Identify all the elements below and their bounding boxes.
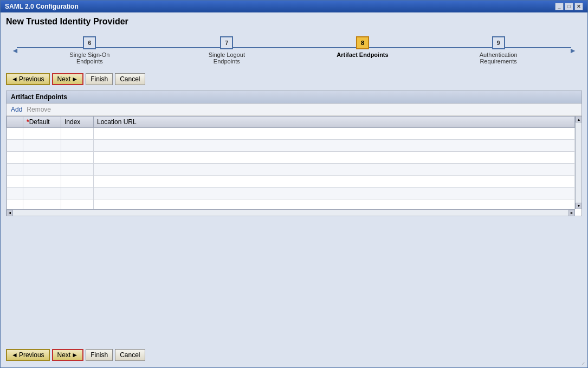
scroll-left-button[interactable]: ◄ [7,210,13,216]
table-row [7,140,575,152]
wizard-step-6[interactable]: 6 Single Sign-On Endpoints [62,36,117,64]
bottom-cancel-button[interactable]: Cancel [115,349,145,361]
col-header-selector [7,117,23,128]
prev-arrow-icon: ◄ [11,75,18,83]
scroll-right-button[interactable]: ► [568,210,575,216]
add-button[interactable]: Add [11,106,22,113]
wizard-step-8[interactable]: 8 Artifact Endpoints [337,36,388,58]
main-panel: Artifact Endpoints Add Remove *Default [6,91,582,216]
row-default [23,152,61,164]
row-location-url [94,140,575,152]
row-default [23,176,61,188]
table-row [7,176,575,188]
scroll-track-horizontal [13,210,568,216]
step-7-label: Single Logout Endpoints [199,51,254,64]
col-header-index: Index [61,117,94,128]
row-index [61,176,94,188]
row-default [23,128,61,140]
wizard-step-9[interactable]: 9 Authentication Requirements [471,36,526,64]
wizard-arrow-right-icon: ► [569,46,577,55]
wizard-steps: ◄ 6 Single Sign-On Endpoints 7 Single Lo… [6,32,582,68]
maximize-button[interactable]: □ [565,3,573,10]
row-default [23,188,61,199]
step-9-number: 9 [492,36,505,49]
row-location-url [94,164,575,176]
horizontal-scrollbar[interactable]: ◄ ► [7,209,575,216]
top-finish-button[interactable]: Finish [86,73,113,85]
top-next-button[interactable]: Next ► [52,73,84,85]
main-window: SAML 2.0 Configuration _ □ ✕ New Trusted… [0,0,588,368]
table-scroll-container: *Default Index Location URL [7,116,575,216]
row-selector[interactable] [7,176,23,188]
col-header-default: *Default [23,117,61,128]
row-selector[interactable] [7,164,23,176]
row-selector[interactable] [7,152,23,164]
title-bar-controls: _ □ ✕ [555,3,583,10]
step-7-number: 7 [220,36,233,49]
data-table: *Default Index Location URL [7,116,581,216]
step-8-label: Artifact Endpoints [337,51,388,58]
scroll-track-vertical [576,122,581,203]
page-content: New Trusted Identity Provider ◄ 6 Single… [1,12,587,367]
bottom-toolbar: ◄ Previous Next ► Finish Cancel [6,347,582,363]
wizard-step-7[interactable]: 7 Single Logout Endpoints [199,36,254,64]
bottom-next-button[interactable]: Next ► [52,349,84,361]
next-arrow-icon-bottom: ► [72,351,78,359]
row-index [61,164,94,176]
step-9-label: Authentication Requirements [471,51,526,64]
row-location-url [94,176,575,188]
panel-toolbar: Add Remove [7,104,581,116]
page-title: New Trusted Identity Provider [6,17,582,27]
table-row [7,128,575,140]
scroll-down-button[interactable]: ▼ [576,203,581,209]
title-bar-text: SAML 2.0 Configuration [5,3,79,10]
top-toolbar: ◄ Previous Next ► Finish Cancel [6,71,582,87]
artifact-table: *Default Index Location URL [7,116,575,216]
col-header-location-url: Location URL [94,117,575,128]
step-8-number: 8 [356,36,369,49]
spacer [6,219,582,344]
row-index [61,140,94,152]
row-selector[interactable] [7,188,23,199]
row-index [61,152,94,164]
panel-header: Artifact Endpoints [7,91,581,104]
step-6-label: Single Sign-On Endpoints [62,51,117,64]
close-button[interactable]: ✕ [574,3,583,10]
row-index [61,128,94,140]
wizard-arrow-left-icon: ◄ [11,46,19,55]
table-row [7,152,575,164]
col-default-label: Default [29,118,50,126]
top-previous-button[interactable]: ◄ Previous [6,73,50,85]
table-row [7,164,575,176]
row-default [23,140,61,152]
prev-arrow-icon-bottom: ◄ [11,351,18,359]
row-index [61,188,94,199]
row-selector[interactable] [7,140,23,152]
bottom-finish-button[interactable]: Finish [86,349,113,361]
row-default [23,164,61,176]
row-selector[interactable] [7,128,23,140]
steps-container: 6 Single Sign-On Endpoints 7 Single Logo… [21,36,567,64]
table-row [7,188,575,199]
row-location-url [94,128,575,140]
minimize-button[interactable]: _ [555,3,564,10]
step-6-number: 6 [83,36,96,49]
bottom-previous-button[interactable]: ◄ Previous [6,349,50,361]
row-location-url [94,152,575,164]
next-arrow-icon: ► [72,75,78,83]
remove-button[interactable]: Remove [27,106,51,113]
scroll-up-button[interactable]: ▲ [576,116,581,122]
resize-handle[interactable]: ⟋ [580,360,587,367]
row-location-url [94,188,575,199]
vertical-scrollbar[interactable]: ▲ ▼ [575,116,581,209]
top-cancel-button[interactable]: Cancel [115,73,145,85]
title-bar: SAML 2.0 Configuration _ □ ✕ [1,1,587,12]
